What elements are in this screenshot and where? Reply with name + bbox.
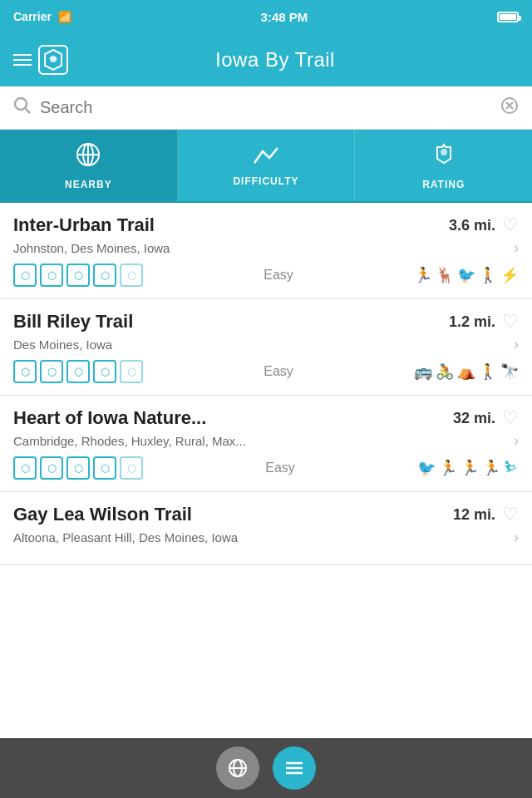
tab-rating[interactable]: RATING: [355, 130, 532, 201]
trail-distance: 3.6 mi.: [449, 217, 495, 234]
trail-location: Johnston, Des Moines, Iowa ›: [13, 239, 519, 257]
favorite-button[interactable]: ♡: [502, 311, 519, 332]
trail-distance: 1.2 mi.: [449, 313, 495, 331]
filter-tabs: NEARBY DIFFICULTY RATING: [0, 130, 532, 203]
search-icon: [13, 96, 32, 119]
status-right: [497, 12, 519, 22]
svg-line-2: [26, 109, 31, 114]
difficulty-icons: ⬡ ⬡ ⬡ ⬡ ⬡: [13, 456, 143, 480]
trail-location: Des Moines, Iowa ›: [13, 336, 519, 353]
tab-rating-label: RATING: [422, 179, 465, 190]
status-time: 3:48 PM: [261, 10, 308, 24]
difficulty-icon: [253, 144, 279, 170]
list-button[interactable]: [273, 746, 316, 790]
bottom-bar: [0, 738, 532, 798]
tab-nearby-label: NEARBY: [65, 179, 112, 190]
chevron-icon: ›: [514, 336, 519, 353]
favorite-button[interactable]: ♡: [502, 407, 519, 429]
trail-name: Inter-Urban Trail: [13, 214, 449, 236]
tab-difficulty-label: DIFFICULTY: [233, 175, 298, 187]
trail-location: Cambridge, Rhodes, Huxley, Rural, Max...…: [13, 432, 519, 450]
tab-nearby[interactable]: NEARBY: [0, 130, 178, 201]
search-bar: [0, 86, 532, 130]
chevron-icon: ›: [514, 432, 519, 450]
app-title: Iowa By Trail: [81, 48, 469, 71]
app-logo: [38, 45, 68, 75]
trail-distance: 32 mi.: [453, 410, 495, 427]
activity-icons: 🐦 🏃 🏃 🏃 ⛷: [417, 459, 519, 477]
favorite-button[interactable]: ♡: [502, 504, 519, 525]
favorite-button[interactable]: ♡: [502, 214, 519, 236]
difficulty-icons: ⬡ ⬡ ⬡ ⬡ ⬡: [13, 360, 143, 383]
tab-difficulty[interactable]: DIFFICULTY: [178, 130, 356, 201]
difficulty-label: Easy: [150, 461, 411, 475]
trail-name: Heart of Iowa Nature...: [13, 407, 453, 429]
difficulty-icons: ⬡ ⬡ ⬡ ⬡ ⬡: [13, 264, 143, 287]
search-clear-button[interactable]: [500, 96, 519, 119]
app-header: Iowa By Trail: [0, 33, 532, 86]
hamburger-icon[interactable]: [13, 54, 32, 66]
status-left: Carrier 📶: [13, 10, 71, 23]
status-bar: Carrier 📶 3:48 PM: [0, 0, 532, 33]
trail-item[interactable]: Bill Riley Trail 1.2 mi. ♡ Des Moines, I…: [0, 299, 532, 396]
activity-icons: 🚌 🚴 ⛺ 🚶 🔭: [414, 362, 519, 381]
trail-name: Gay Lea Wilson Trail: [13, 504, 453, 525]
difficulty-label: Easy: [150, 364, 407, 379]
difficulty-label: Easy: [150, 268, 407, 283]
chevron-icon: ›: [514, 529, 519, 546]
search-input[interactable]: [40, 98, 492, 117]
battery-icon: [497, 12, 519, 22]
activity-icons: 🏃 🦌 🐦 🚶 ⚡: [414, 266, 519, 284]
trail-distance: 12 mi.: [453, 506, 495, 524]
svg-point-1: [15, 98, 27, 110]
trail-name: Bill Riley Trail: [13, 311, 449, 332]
nearby-icon: [75, 141, 101, 174]
svg-point-10: [441, 150, 446, 155]
trail-item[interactable]: Gay Lea Wilson Trail 12 mi. ♡ Altoona, P…: [0, 492, 532, 565]
carrier-label: Carrier: [13, 10, 52, 23]
trail-list: Inter-Urban Trail 3.6 mi. ♡ Johnston, De…: [0, 203, 532, 738]
wifi-icon: 📶: [58, 11, 71, 23]
header-menu[interactable]: [13, 45, 68, 75]
trail-item[interactable]: Heart of Iowa Nature... 32 mi. ♡ Cambrid…: [0, 396, 532, 492]
trail-location: Altoona, Pleasant Hill, Des Moines, Iowa…: [13, 529, 519, 546]
globe-button[interactable]: [216, 746, 259, 790]
trail-item[interactable]: Inter-Urban Trail 3.6 mi. ♡ Johnston, De…: [0, 203, 532, 299]
rating-icon: [431, 141, 457, 174]
chevron-icon: ›: [514, 239, 519, 257]
